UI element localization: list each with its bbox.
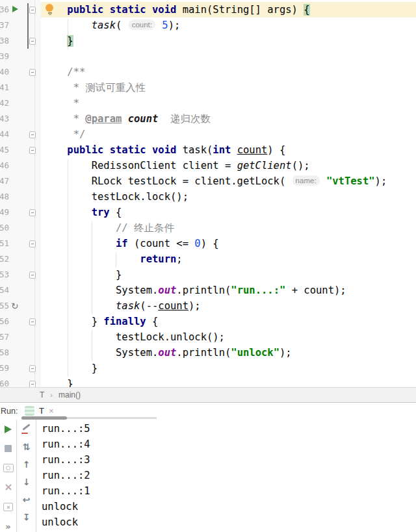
code-token [43,222,116,234]
code-token: 0 [194,238,200,249]
code-text: } [41,376,416,387]
gutter-cell [9,376,23,387]
fold-marker-icon[interactable] [29,6,36,14]
more-console-actions-icon[interactable]: » [21,529,32,532]
code-line: 58 System.out.println("unlock"); [0,345,416,361]
fold-marker-icon[interactable] [29,38,36,45]
fold-marker-icon[interactable] [29,318,36,325]
line-number[interactable]: 53 [0,267,9,283]
line-number[interactable]: 44 [0,127,9,142]
fold-column [23,2,41,18]
fold-column [23,251,41,267]
breadcrumb-item-method[interactable]: main() [58,390,81,399]
code-line: 52 return; [0,251,416,267]
console-output[interactable]: run...:5run...:4run...:3run...:2run...:1… [36,420,416,532]
gutter-cell [9,236,23,251]
code-token: int [213,144,231,156]
restore-layout-icon[interactable] [3,501,14,513]
line-number[interactable]: 43 [0,111,9,127]
fold-marker-icon[interactable] [29,381,36,388]
line-number[interactable]: 37 [0,18,9,33]
soft-wrap-icon[interactable]: ↩ [21,494,32,505]
scrollbar-thumb[interactable] [21,416,67,420]
code-text: } [41,267,416,283]
code-token [43,97,73,109]
line-number[interactable]: 45 [0,142,9,158]
line-number[interactable]: 58 [0,345,9,361]
line-number[interactable]: 51 [0,236,9,251]
code-token: * [73,113,86,125]
code-token: count [237,144,268,156]
code-line: 46 RedissonClient client = getClient(); [0,158,416,173]
line-number[interactable]: 38 [0,33,9,49]
line-number[interactable]: 50 [0,220,9,236]
fold-marker-icon[interactable] [29,69,36,76]
line-number[interactable]: 42 [0,95,9,111]
fold-marker-icon[interactable] [29,147,36,154]
rerun-icon[interactable] [3,424,14,435]
gutter-cell [9,142,23,158]
fold-marker-icon[interactable] [29,272,36,279]
code-text: // 终止条件 [41,220,416,236]
line-number[interactable]: 48 [0,189,9,205]
code-line: 36 public static void main(String[] args… [0,2,416,18]
code-token: } [43,269,122,281]
fold-marker-icon[interactable] [29,240,36,247]
line-number[interactable]: 49 [0,205,9,220]
code-token: (-- [140,300,158,312]
sort-icon[interactable]: ⇅ [21,441,32,452]
down-stack-trace-icon[interactable]: ↓ [21,476,32,487]
gutter-cell [9,2,23,18]
code-token: */ [73,129,86,140]
line-number[interactable]: 55 [0,298,9,314]
code-token: RLock testLock = client.getLock( [43,175,292,187]
code-line: 57 testLock.unlock(); [0,329,416,345]
ide-window: 36 public static void main(String[] args… [0,0,416,532]
fold-marker-icon[interactable] [29,209,36,216]
gutter-cell [9,314,23,329]
line-number[interactable]: 40 [0,64,9,80]
stop-icon[interactable] [3,443,14,454]
line-number[interactable]: 56 [0,314,9,329]
code-token [43,129,73,140]
code-token: ; [176,253,182,265]
run-panel-title: Run: [1,407,18,416]
line-number[interactable]: 36 [0,2,9,18]
line-number[interactable]: 60 [0,376,9,387]
line-number[interactable]: 52 [0,251,9,267]
code-text: System.out.println("unlock"); [41,345,416,361]
gutter-cell [9,361,23,376]
more-run-actions-icon[interactable]: » [3,521,14,532]
line-number[interactable]: 46 [0,158,9,173]
code-text: } [41,361,416,376]
line-number[interactable]: 59 [0,361,9,376]
thread-dump-icon[interactable] [3,462,14,474]
run-tab[interactable]: T × [25,404,54,418]
fold-column [23,142,41,158]
line-number[interactable]: 57 [0,329,9,345]
up-stack-trace-icon[interactable]: ↑ [21,459,32,470]
scroll-to-end-icon[interactable]: ↧ [21,511,32,522]
fold-marker-icon[interactable] [29,365,36,372]
line-number[interactable]: 41 [0,80,9,95]
code-token [43,82,73,94]
code-line: 43 * @param count 递归次数 [0,111,416,127]
code-text: * 测试可重入性 [41,80,416,95]
chevron-right-icon: › [50,391,53,399]
code-editor[interactable]: 36 public static void main(String[] args… [0,0,416,387]
run-arrow-icon[interactable] [12,6,18,12]
kill-process-icon[interactable] [3,482,14,493]
intention-lightbulb-icon[interactable] [46,4,54,16]
pin-output-icon[interactable] [21,424,32,435]
line-number[interactable]: 47 [0,173,9,189]
code-token: { [110,207,122,218]
breadcrumb-item-class[interactable]: T [40,390,44,399]
console-line: run...:2 [42,468,416,483]
line-number[interactable]: 39 [0,49,9,64]
fold-marker-icon[interactable] [29,131,36,138]
console-line: run...:4 [42,437,416,452]
close-icon[interactable]: × [49,406,54,416]
line-number[interactable]: 54 [0,283,9,298]
fold-column [23,95,41,111]
code-token: .println( [176,285,231,296]
